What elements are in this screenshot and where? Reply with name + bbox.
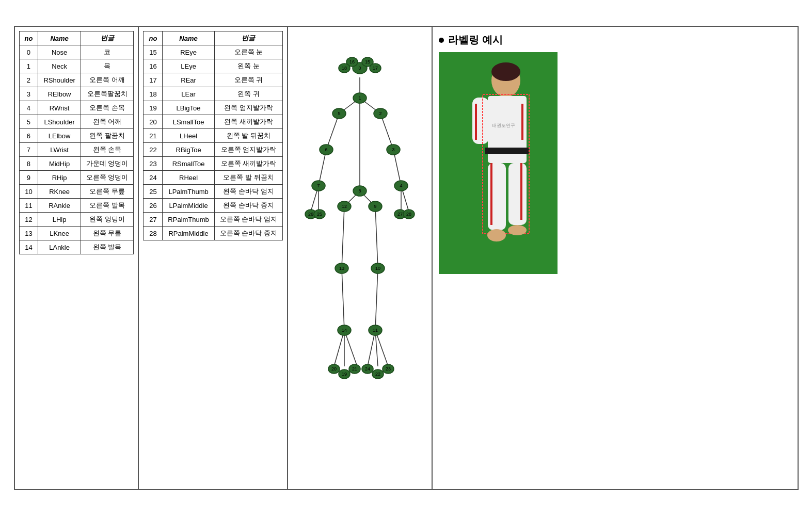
cell-name: RBigToe bbox=[163, 143, 214, 157]
svg-text:6: 6 bbox=[325, 147, 328, 152]
cell-korean: 왼쪽 무릎 bbox=[81, 227, 134, 240]
col-no-2: no bbox=[144, 31, 163, 45]
svg-text:18: 18 bbox=[342, 66, 347, 71]
svg-text:16: 16 bbox=[349, 59, 355, 64]
table-row: 11 RAnkle 오른쪽 발목 bbox=[19, 199, 134, 213]
cell-name: LEye bbox=[163, 59, 214, 73]
table1-section: no Name 번글 0 Nose 코 1 Neck 목 2 RShoulder… bbox=[15, 27, 139, 489]
svg-line-12 bbox=[342, 206, 344, 268]
svg-text:1: 1 bbox=[359, 95, 361, 101]
svg-text:7: 7 bbox=[317, 183, 320, 188]
cell-no: 27 bbox=[144, 213, 163, 227]
svg-rect-86 bbox=[485, 148, 529, 154]
svg-line-11 bbox=[375, 268, 378, 330]
cell-name: REye bbox=[163, 45, 214, 59]
cell-no: 11 bbox=[19, 199, 38, 213]
table-row: 4 RWrist 오른쪽 손목 bbox=[19, 101, 134, 115]
cell-no: 6 bbox=[19, 129, 38, 143]
svg-text:19: 19 bbox=[342, 372, 347, 377]
svg-text:26: 26 bbox=[308, 212, 313, 217]
svg-rect-88 bbox=[510, 98, 527, 144]
svg-text:0: 0 bbox=[359, 66, 361, 71]
cell-no: 19 bbox=[144, 101, 163, 115]
cell-no: 14 bbox=[19, 240, 38, 254]
cell-no: 28 bbox=[144, 227, 163, 240]
table-row: 28 RPalmMiddle 오른쪽 손바닥 중지 bbox=[144, 227, 283, 240]
table-row: 7 LWrist 왼쪽 손목 bbox=[19, 143, 134, 157]
cell-korean: 오른쪽 무릎 bbox=[81, 185, 134, 199]
cell-no: 13 bbox=[19, 227, 38, 240]
svg-text:8: 8 bbox=[359, 188, 361, 194]
cell-korean: 오른쪽 손바닥 중지 bbox=[214, 227, 282, 240]
table-row: 21 LHeel 왼쪽 발 뒤꿈치 bbox=[144, 129, 283, 143]
cell-name: LPalmThumb bbox=[163, 185, 214, 199]
table-row: 18 LEar 왼쪽 귀 bbox=[144, 87, 283, 101]
table-row: 10 RKnee 오른쪽 무릎 bbox=[19, 185, 134, 199]
svg-rect-94 bbox=[520, 163, 522, 220]
cell-no: 8 bbox=[19, 157, 38, 171]
table-row: 16 LEye 왼쪽 눈 bbox=[144, 59, 283, 73]
cell-korean: 왼쪽 눈 bbox=[214, 59, 282, 73]
svg-text:22: 22 bbox=[375, 372, 380, 377]
cell-name: RShoulder bbox=[38, 73, 81, 87]
col-name-1: Name bbox=[38, 31, 81, 45]
cell-no: 17 bbox=[144, 73, 163, 87]
cell-name: RSmallToe bbox=[163, 157, 214, 171]
cell-korean: 오른쪽 발 뒤꿈치 bbox=[214, 171, 282, 185]
cell-name: REar bbox=[163, 73, 214, 87]
svg-text:9: 9 bbox=[374, 204, 377, 209]
svg-line-13 bbox=[342, 268, 344, 330]
svg-rect-90 bbox=[521, 104, 523, 140]
col-korean-1: 번글 bbox=[81, 31, 134, 45]
cell-korean: 왼쪽 손바닥 중지 bbox=[214, 199, 282, 213]
cell-korean: 왼쪽 손바닥 엄지 bbox=[214, 185, 282, 199]
col-name-2: Name bbox=[163, 31, 214, 45]
cell-name: RKnee bbox=[38, 185, 81, 199]
skeleton-svg: 0 16 15 18 17 1 5 2 6 bbox=[293, 46, 427, 470]
cell-name: RPalmMiddle bbox=[163, 227, 214, 240]
cell-name: LEar bbox=[163, 87, 214, 101]
cell-korean: 왼쪽 귀 bbox=[214, 87, 282, 101]
svg-text:11: 11 bbox=[373, 328, 378, 333]
svg-text:13: 13 bbox=[339, 266, 344, 271]
cell-no: 4 bbox=[19, 101, 38, 115]
cell-korean: 왼쪽 새끼발가락 bbox=[214, 115, 282, 129]
cell-name: RAnkle bbox=[38, 199, 81, 213]
svg-text:15: 15 bbox=[365, 59, 370, 64]
svg-rect-93 bbox=[490, 163, 492, 225]
table-row: 3 RElbow 오른쪽팔꿈치 bbox=[19, 87, 134, 101]
svg-text:5: 5 bbox=[338, 111, 341, 116]
svg-text:25: 25 bbox=[317, 212, 322, 217]
table-row: 24 RHeel 오른쪽 발 뒤꿈치 bbox=[144, 171, 283, 185]
cell-name: LSmallToe bbox=[163, 115, 214, 129]
cell-korean: 오른쪽 새끼발가락 bbox=[214, 157, 282, 171]
cell-no: 2 bbox=[19, 73, 38, 87]
cell-korean: 왼쪽 엄지발가락 bbox=[214, 101, 282, 115]
cell-no: 10 bbox=[19, 185, 38, 199]
skeleton-diagram-section: 0 16 15 18 17 1 5 2 6 bbox=[288, 27, 433, 489]
cell-no: 12 bbox=[19, 213, 38, 227]
cell-no: 23 bbox=[144, 157, 163, 171]
table-row: 2 RShoulder 오른쪽 어깨 bbox=[19, 73, 134, 87]
svg-text:21: 21 bbox=[352, 366, 357, 372]
cell-korean: 왼쪽 엉덩이 bbox=[81, 213, 134, 227]
table-row: 23 RSmallToe 오른쪽 새끼발가락 bbox=[144, 157, 283, 171]
svg-text:2: 2 bbox=[379, 111, 382, 116]
bullet-icon bbox=[439, 38, 444, 43]
cell-name: LKnee bbox=[38, 227, 81, 240]
cell-name: RPalmThumb bbox=[163, 213, 214, 227]
svg-point-84 bbox=[491, 62, 520, 81]
cell-no: 24 bbox=[144, 171, 163, 185]
svg-text:태권도연구: 태권도연구 bbox=[492, 123, 515, 128]
table-row: 1 Neck 목 bbox=[19, 59, 134, 73]
cell-korean: 코 bbox=[81, 45, 134, 59]
col-korean-2: 번글 bbox=[214, 31, 282, 45]
table-row: 26 LPalmMiddle 왼쪽 손바닥 중지 bbox=[144, 199, 283, 213]
cell-name: LAnkle bbox=[38, 240, 81, 254]
svg-line-17 bbox=[344, 330, 357, 366]
cell-korean: 오른쪽 발목 bbox=[81, 199, 134, 213]
cell-korean: 오른쪽 손바닥 엄지 bbox=[214, 213, 282, 227]
svg-text:12: 12 bbox=[342, 204, 347, 209]
table-row: 15 REye 오른쪽 눈 bbox=[144, 45, 283, 59]
table-row: 22 RBigToe 오른쪽 엄지발가락 bbox=[144, 143, 283, 157]
